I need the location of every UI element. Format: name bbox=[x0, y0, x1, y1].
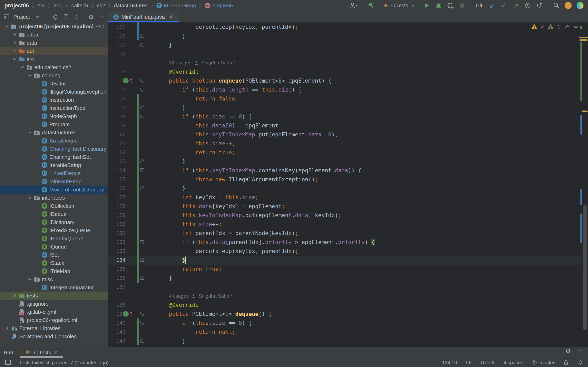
collapse-all-icon[interactable] bbox=[73, 13, 80, 20]
tree-item-minfourheap[interactable]: CMinFourHeap bbox=[0, 177, 108, 185]
gear-icon[interactable]: ⚙ bbox=[565, 348, 571, 354]
tree-item-src[interactable]: src bbox=[0, 55, 108, 63]
tree-item-project06-project06-regalloc-[interactable]: project06 [project06-regalloc] ~/C bbox=[0, 22, 108, 31]
breadcrumb-item-method[interactable]: menqueue bbox=[205, 2, 233, 9]
project-toolwindow-icon[interactable] bbox=[3, 13, 10, 20]
tree-item-illegalcoloringexception[interactable]: CIllegalColoringException bbox=[0, 88, 108, 96]
expand-all-icon[interactable] bbox=[62, 13, 69, 20]
tab-minfourheap[interactable]: C MinFourHeap.java ✕ bbox=[108, 11, 179, 22]
tree-item-scratches-and-consoles[interactable]: Scratches and Consoles bbox=[0, 332, 108, 341]
fold-start-icon[interactable] bbox=[140, 78, 145, 84]
run-tab-ctests[interactable]: C Tests ✕ bbox=[20, 347, 63, 358]
tree-item-ideque[interactable]: IIDeque bbox=[0, 210, 108, 218]
inspection-widget[interactable]: 4 1 bbox=[531, 24, 579, 31]
chevron-down-icon[interactable] bbox=[11, 57, 18, 61]
chevron-down-icon[interactable] bbox=[26, 73, 33, 78]
fold-end-icon[interactable] bbox=[140, 338, 145, 344]
close-tab-icon[interactable]: ✕ bbox=[169, 14, 173, 20]
breadcrumb-item-cs2[interactable]: cs2 bbox=[97, 2, 105, 9]
chevron-down-icon[interactable] bbox=[26, 196, 33, 200]
tree-item--gitignore[interactable]: .gitignore bbox=[0, 300, 108, 308]
close-run-tab-icon[interactable]: ✕ bbox=[54, 350, 58, 355]
status-message[interactable]: Tests failed: 4, passed: 7 (2 minutes ag… bbox=[19, 360, 109, 366]
chevron-down-icon[interactable] bbox=[34, 13, 41, 20]
prev-problem-icon[interactable] bbox=[565, 25, 570, 30]
usages-hint[interactable]: 4 usages bbox=[169, 293, 189, 299]
git-commit-button[interactable]: ✓ bbox=[501, 1, 507, 9]
tree-item-edu-caltech-cs2[interactable]: edu.caltech.cs2 bbox=[0, 63, 108, 71]
tree-item-chaininghashset[interactable]: CChainingHashSet bbox=[0, 153, 108, 161]
breadcrumb-item-datastructures[interactable]: datastructures bbox=[114, 2, 148, 9]
git-push-button[interactable]: ↗ bbox=[512, 1, 519, 9]
fold-end-icon[interactable] bbox=[140, 42, 145, 48]
rollback-icon[interactable]: ↺ bbox=[536, 1, 543, 9]
breadcrumb-item-class[interactable]: CMinFourHeap bbox=[156, 2, 196, 9]
chevron-right-icon[interactable] bbox=[4, 326, 11, 331]
locate-file-icon[interactable] bbox=[52, 13, 59, 20]
fold-start-icon[interactable] bbox=[140, 320, 145, 326]
fold-start-icon[interactable] bbox=[140, 239, 145, 245]
tree-item-idictionary[interactable]: IIDictionary bbox=[0, 218, 108, 226]
notifications-bell-icon[interactable] bbox=[578, 359, 583, 366]
tree-item-istack[interactable]: IIStack bbox=[0, 259, 108, 267]
history-clock-icon[interactable] bbox=[524, 1, 531, 9]
run-configuration-select[interactable]: C Tests bbox=[380, 1, 418, 10]
code-with-me-sphere-icon[interactable] bbox=[577, 1, 584, 9]
breadcrumb-item-edu[interactable]: edu bbox=[54, 2, 62, 9]
tree-item-linkeddeque[interactable]: CLinkedDeque bbox=[0, 169, 108, 177]
chevron-right-icon[interactable] bbox=[11, 293, 18, 298]
overrides-method-icon[interactable]: I bbox=[123, 77, 133, 83]
chevron-right-icon[interactable] bbox=[11, 41, 18, 45]
fold-end-icon[interactable] bbox=[140, 185, 145, 192]
more-tabs-icon[interactable]: ⋮ bbox=[579, 13, 585, 20]
user-account-icon[interactable] bbox=[350, 1, 358, 9]
tree-item--idea[interactable]: .idea bbox=[0, 31, 108, 39]
tree-item-chaininghashdictionary[interactable]: CChainingHashDictionary bbox=[0, 145, 108, 153]
search-everywhere-icon[interactable] bbox=[553, 1, 560, 9]
tree-item-interfaces[interactable]: interfaces bbox=[0, 194, 108, 202]
tree-item-nodegraph[interactable]: CNodeGraph bbox=[0, 112, 108, 120]
tree-item-data[interactable]: data bbox=[0, 39, 108, 47]
tree-item-dsatur[interactable]: CDSatur bbox=[0, 80, 108, 88]
code-vision-text[interactable]: 12 usagesSnigdha Saha * bbox=[169, 58, 235, 67]
tree-item-misc[interactable]: misc bbox=[0, 275, 108, 284]
tree-item-itriemap[interactable]: IITrieMap bbox=[0, 267, 108, 275]
fold-end-icon[interactable] bbox=[140, 257, 145, 263]
run-with-coverage-button[interactable] bbox=[447, 1, 454, 9]
fold-start-icon[interactable] bbox=[140, 311, 145, 317]
fold-start-icon[interactable] bbox=[140, 167, 145, 174]
author-hint[interactable]: Snigdha Saha * bbox=[201, 60, 235, 66]
git-update-button[interactable]: ↙ bbox=[489, 1, 495, 9]
indent-setting[interactable]: 4 spaces bbox=[504, 360, 523, 366]
tree-item-out[interactable]: out bbox=[0, 47, 108, 55]
unlock-icon[interactable] bbox=[563, 359, 569, 366]
hide-panel-icon[interactable] bbox=[98, 13, 105, 20]
fold-end-icon[interactable] bbox=[140, 159, 145, 165]
tree-item-ifixedsizequeue[interactable]: IIFixedSizeQueue bbox=[0, 226, 108, 234]
chevron-down-icon[interactable] bbox=[26, 277, 33, 282]
fold-start-icon[interactable] bbox=[140, 87, 145, 93]
tree-item-icollection[interactable]: IICollection bbox=[0, 202, 108, 210]
breadcrumb-item-caltech[interactable]: caltech bbox=[71, 2, 88, 9]
tree-item-ipriorityqueue[interactable]: IIPriorityQueue bbox=[0, 234, 108, 243]
tree-item-integercomparator[interactable]: CIntegerComparator bbox=[0, 284, 108, 292]
chevron-right-icon[interactable] bbox=[11, 49, 18, 53]
tree-item-iset[interactable]: CISet bbox=[0, 251, 108, 259]
next-problem-icon[interactable] bbox=[573, 25, 579, 30]
tree-item-instruction[interactable]: RInstruction bbox=[0, 96, 108, 104]
breadcrumb-item-project06[interactable]: project06 bbox=[4, 2, 29, 9]
git-branch[interactable]: master bbox=[532, 360, 554, 366]
line-ending[interactable]: LF bbox=[466, 360, 472, 366]
hide-run-panel-icon[interactable] bbox=[578, 348, 583, 354]
ide-update-icon[interactable]: ↑ bbox=[565, 1, 572, 9]
overrides-method-icon[interactable]: I bbox=[123, 311, 133, 317]
run-button[interactable] bbox=[423, 1, 430, 9]
tree-item-iqueue[interactable]: IIQueue bbox=[0, 243, 108, 251]
chevron-down-icon[interactable] bbox=[4, 24, 11, 29]
tree-item-program[interactable]: CProgram bbox=[0, 120, 108, 128]
debug-button[interactable] bbox=[435, 1, 442, 9]
tree-item-tests[interactable]: tests bbox=[0, 292, 108, 300]
fold-end-icon[interactable] bbox=[140, 105, 145, 111]
tree-item-datastructures[interactable]: datastructures bbox=[0, 128, 108, 137]
chevron-down-icon[interactable] bbox=[19, 65, 26, 69]
